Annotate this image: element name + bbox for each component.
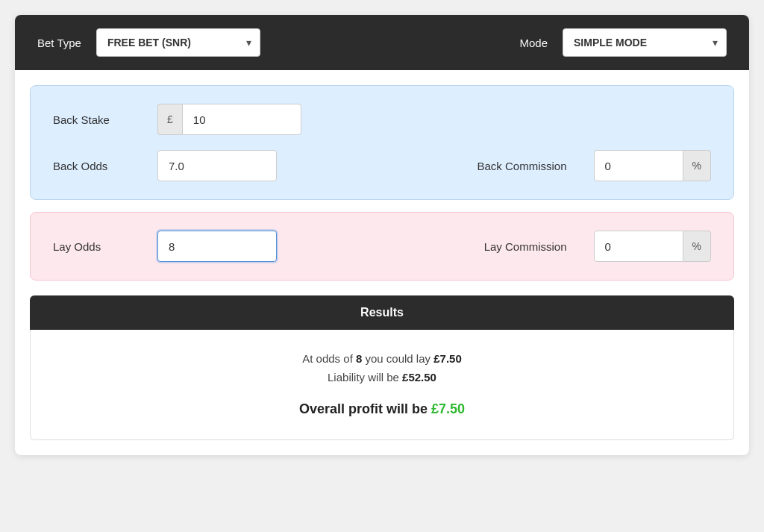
currency-badge: £	[157, 104, 182, 135]
back-stake-input[interactable]	[182, 104, 301, 135]
results-header: Results	[30, 295, 734, 330]
back-commission-input-group: %	[594, 150, 711, 181]
results-line1-mid: you could lay	[362, 352, 433, 365]
results-line1-amount: £7.50	[433, 352, 462, 365]
toolbar: Bet Type FREE BET (SNR) FREE BET (SR) NO…	[15, 15, 749, 70]
lay-odds-label: Lay Odds	[53, 240, 143, 253]
back-odds-label: Back Odds	[53, 160, 143, 172]
profit-prefix: Overall profit will be	[299, 401, 431, 416]
results-line-2: Liability will be £52.50	[46, 371, 718, 384]
lay-commission-input-group: %	[594, 231, 711, 262]
main-sections: Back Stake £ Back Odds Back Commission %	[15, 70, 749, 295]
lay-section: Lay Odds Lay Commission %	[30, 212, 734, 281]
lay-commission-input[interactable]	[594, 231, 683, 262]
mode-select[interactable]: SIMPLE MODE ADVANCED MODE	[563, 28, 727, 57]
results-line2-prefix: Liability will be	[328, 371, 402, 384]
back-section: Back Stake £ Back Odds Back Commission %	[30, 85, 734, 200]
back-commission-percent: %	[683, 150, 711, 181]
bet-type-wrapper: FREE BET (SNR) FREE BET (SR) NORMAL BET …	[96, 28, 260, 57]
results-body: At odds of 8 you could lay £7.50 Liabili…	[30, 330, 734, 440]
lay-odds-row: Lay Odds Lay Commission %	[53, 231, 711, 262]
results-line1-prefix: At odds of	[302, 352, 356, 365]
lay-odds-input[interactable]	[157, 231, 277, 262]
profit-line: Overall profit will be £7.50	[46, 401, 718, 417]
lay-commission-label: Lay Commission	[460, 240, 579, 253]
back-stake-label: Back Stake	[53, 113, 143, 126]
bet-type-label: Bet Type	[37, 37, 81, 49]
mode-label: Mode	[519, 37, 548, 49]
app-container: Bet Type FREE BET (SNR) FREE BET (SR) NO…	[15, 15, 749, 455]
back-commission-label: Back Commission	[460, 160, 579, 172]
results-line-1: At odds of 8 you could lay £7.50	[46, 352, 718, 365]
back-stake-row: Back Stake £	[53, 104, 711, 135]
profit-amount: £7.50	[431, 401, 465, 416]
back-stake-input-group: £	[157, 104, 301, 135]
results-line2-amount: £52.50	[402, 371, 436, 384]
mode-wrapper: SIMPLE MODE ADVANCED MODE	[563, 28, 727, 57]
back-commission-input[interactable]	[594, 150, 683, 181]
bet-type-select[interactable]: FREE BET (SNR) FREE BET (SR) NORMAL BET …	[96, 28, 260, 57]
lay-commission-percent: %	[683, 231, 711, 262]
back-odds-input[interactable]	[157, 150, 277, 181]
back-odds-row: Back Odds Back Commission %	[53, 150, 711, 181]
